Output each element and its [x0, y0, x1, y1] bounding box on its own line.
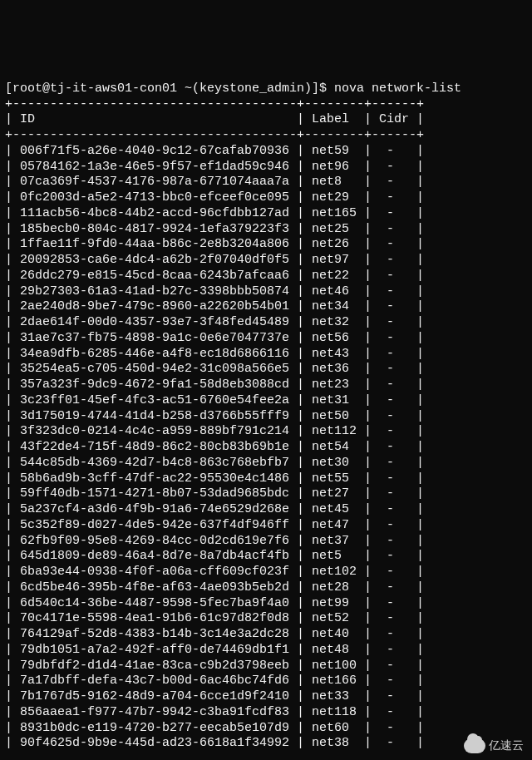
terminal-output: [root@tj-it-aws01-con01 ~(keystone_admin…: [5, 66, 527, 760]
ascii-table: +--------------------------------------+…: [5, 97, 527, 753]
prompt-prefix: [root@tj-it-aws01-con01 ~(keystone_admin…: [5, 81, 334, 96]
watermark: 亿速云: [464, 738, 524, 753]
command-text: nova network-list: [334, 81, 461, 96]
cloud-icon: [464, 738, 485, 753]
watermark-text: 亿速云: [489, 738, 524, 753]
prompt-line: [root@tj-it-aws01-con01 ~(keystone_admin…: [5, 81, 461, 96]
